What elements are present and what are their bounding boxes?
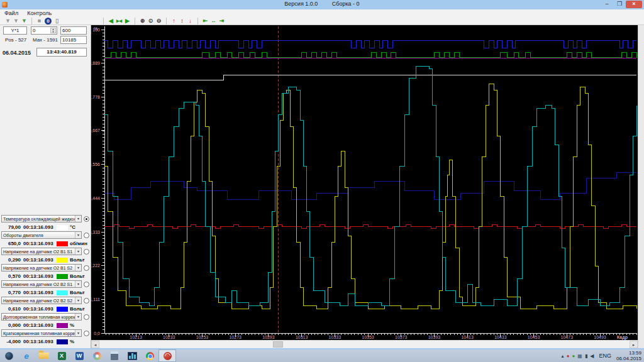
zoom-reset-icon[interactable]: ⊙	[147, 17, 155, 25]
param-select[interactable]: Долговременная топливная коррекция▾	[1, 313, 82, 321]
scale-down-icon[interactable]: ↓	[186, 17, 194, 25]
step-forward-icon[interactable]: ▶	[123, 17, 131, 25]
calculator-icon	[111, 351, 118, 360]
svg-text:10413: 10413	[461, 335, 474, 339]
minimize-button[interactable]: –	[601, 1, 613, 8]
param-name: Напряжение на датчике O2 В1 S2	[3, 266, 72, 270]
maximize-button[interactable]: ❒	[613, 1, 626, 8]
param-select[interactable]: Обороты двигателя▾	[1, 231, 82, 239]
param-select[interactable]: Кратковременная топливная коррекция▾	[1, 329, 82, 337]
goto-end-icon[interactable]: ⇥	[218, 17, 226, 25]
taskbar-file-explorer[interactable]	[35, 349, 53, 362]
vertical-scrollbar[interactable]	[638, 25, 644, 348]
taskbar-clock[interactable]: 13:5906.04.2015	[616, 350, 641, 361]
param-name: Напряжение на датчике O2 В2 S1	[3, 282, 72, 287]
y-scale-button[interactable]: Y*1	[3, 26, 27, 35]
param-radio[interactable]	[84, 216, 89, 222]
curve-add-icon[interactable]: ▼	[20, 17, 28, 25]
close-button[interactable]: ×	[626, 1, 642, 8]
param-radio[interactable]	[84, 282, 89, 287]
svg-text:55,556: 55,556	[91, 162, 100, 167]
window-title: Версия 1.0.0 Сборка - 0	[0, 1, 644, 7]
taskbar-word[interactable]: W	[70, 349, 88, 362]
cursor-time-field[interactable]: 13:43:40.819	[36, 48, 87, 57]
parameter-row: Напряжение на датчике O2 В1 S2▾0,57000:1…	[0, 264, 91, 280]
svg-text:10453: 10453	[528, 335, 540, 339]
parameter-row: Кратковременная топливная коррекция▾-4,0…	[0, 329, 91, 346]
svg-text:10473: 10473	[561, 335, 574, 339]
param-select[interactable]: Напряжение на датчике O2 В1 S1▾	[1, 248, 82, 255]
param-color-swatch	[57, 323, 68, 328]
taskbar-calculator[interactable]	[106, 349, 123, 362]
taskbar-paint[interactable]	[88, 349, 106, 362]
taskbar-data-recorder[interactable]	[123, 349, 141, 362]
chevron-down-icon: ▾	[75, 314, 81, 320]
taskbar-chrome[interactable]	[141, 349, 158, 362]
param-timestamp: 00:13:16.093	[23, 257, 56, 263]
stepper-arrows-icon[interactable]: ▲▼	[50, 28, 56, 33]
goto-start-icon[interactable]: ⇤	[201, 17, 209, 25]
param-radio[interactable]	[84, 233, 89, 238]
tray-status-red-icon[interactable]: ●	[567, 353, 570, 359]
zoom-in-icon[interactable]: ⊕	[138, 17, 147, 25]
param-radio[interactable]	[84, 314, 89, 320]
tray-volume-icon[interactable]: ◀	[590, 353, 594, 359]
parameter-row: Температура охлаждающей жидкости▾79,0000…	[0, 215, 91, 231]
param-radio[interactable]	[84, 249, 89, 255]
taskbar-internet-explorer[interactable]: e	[18, 349, 35, 362]
zoom-out-icon[interactable]: ⊖	[155, 17, 163, 25]
horizontal-scrollbar[interactable]: ◂ ▸	[91, 340, 638, 348]
param-select[interactable]: Напряжение на датчике O2 В1 S2▾	[1, 264, 82, 272]
start-button[interactable]	[0, 349, 18, 362]
scroll-right-arrow[interactable]: ▸	[630, 341, 638, 348]
tray-show-hidden-icon[interactable]: ▴	[562, 353, 564, 359]
channel-stepper[interactable]: 0 ▲▼	[31, 26, 57, 35]
step-back-icon[interactable]: ◀	[107, 17, 115, 25]
tray-status-green-icon[interactable]: ●	[572, 353, 575, 359]
series-o2-b1-s1	[104, 84, 636, 309]
scale-up-icon[interactable]: ↑	[170, 17, 178, 25]
param-select[interactable]: Напряжение на датчике O2 В2 S2▾	[1, 297, 82, 304]
stop-icon[interactable]: ■	[35, 17, 43, 25]
chart-area[interactable]: 1021310233102531027310293103131033310353…	[91, 25, 638, 340]
param-select[interactable]: Температура охлаждающей жидкости▾	[1, 215, 82, 222]
menu-bar: ФайлКонтроль	[0, 9, 644, 17]
curve-filter-icon[interactable]: ▼	[4, 17, 12, 25]
scale-fit-icon[interactable]: ↕	[178, 17, 186, 25]
svg-text:11,111: 11,111	[91, 297, 100, 302]
parameter-row: Обороты двигателя▾650,000:13:16.093об/ми…	[0, 231, 91, 248]
param-radio[interactable]	[84, 265, 89, 271]
param-value: 0,770	[0, 290, 21, 295]
menu-item-control[interactable]: Контроль	[27, 10, 52, 16]
chevron-down-icon: ▾	[75, 248, 81, 255]
param-color-swatch	[57, 274, 68, 279]
taskbar-diagnostic-app[interactable]	[158, 349, 176, 362]
curve-remove-icon[interactable]: ▼	[12, 17, 20, 25]
param-value-row: 79,0000:13:16.093°C	[0, 223, 91, 231]
param-value: 0,290	[0, 257, 21, 263]
tray-network-icon[interactable]: ▮	[585, 353, 587, 359]
svg-text:10433: 10433	[494, 335, 507, 339]
frame-count-field[interactable]: 10185	[60, 36, 87, 44]
pause-icon[interactable]: ▸◂	[115, 17, 123, 25]
param-unit: Вольт	[70, 273, 85, 279]
window-size-field[interactable]: 600	[60, 26, 87, 35]
plot-svg: 1021310233102531027310293103131033310353…	[91, 25, 638, 340]
language-indicator[interactable]: ENG	[599, 353, 611, 359]
taskbar-excel[interactable]: X	[53, 349, 70, 362]
scroll-thumb[interactable]	[273, 341, 283, 348]
goto-cursor-icon[interactable]: ↔	[209, 17, 218, 25]
menu-item-file[interactable]: Файл	[4, 10, 18, 16]
scroll-left-arrow[interactable]: ◂	[91, 341, 99, 348]
zero-marker-icon[interactable]: 0	[45, 18, 52, 25]
param-select[interactable]: Напряжение на датчике O2 В2 S1▾	[1, 280, 82, 288]
system-tray: ▴●●▦▮◀ENG13:5906.04.2015	[562, 350, 644, 361]
param-radio[interactable]	[84, 298, 89, 304]
param-timestamp: 00:13:16.093	[23, 339, 56, 344]
tray-display-icon[interactable]: ▦	[577, 353, 582, 359]
param-value-row: 0,57000:13:16.093Вольт	[0, 272, 91, 280]
svg-text:22,222: 22,222	[91, 263, 100, 268]
marker-icon[interactable]: ▯	[53, 17, 61, 25]
param-unit: %	[70, 339, 74, 344]
param-radio[interactable]	[84, 331, 89, 336]
